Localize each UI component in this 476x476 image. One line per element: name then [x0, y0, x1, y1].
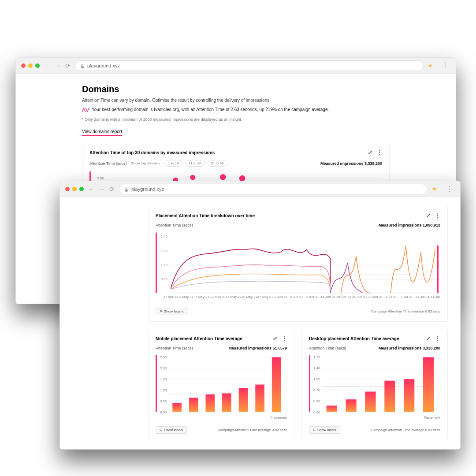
svg-point-15 — [190, 175, 195, 180]
scrubber-icon[interactable] — [156, 233, 157, 293]
card-menu-icon[interactable] — [282, 335, 287, 342]
insight-text: Your best-performing domain is tvarticle… — [92, 107, 329, 112]
svg-text:11 Jul 21: 11 Jul 21 — [416, 295, 430, 299]
url-text: playground.xyz — [131, 186, 164, 192]
svg-text:7 May 21: 7 May 21 — [195, 295, 209, 299]
minimize-icon[interactable] — [28, 63, 33, 68]
list-icon — [160, 309, 162, 313]
pill-1-10[interactable]: 1 to 10 — [164, 160, 182, 167]
forward-icon[interactable]: → — [99, 186, 105, 193]
browser-menu-icon[interactable] — [440, 61, 450, 70]
scrubber-icon[interactable] — [156, 355, 157, 412]
y-axis-label: Attention Time (secs) — [89, 161, 127, 166]
browser-chrome: ← → ⟳ playground.xyz ★ — [16, 58, 456, 74]
svg-text:2 May 21: 2 May 21 — [179, 295, 193, 299]
close-icon[interactable] — [21, 63, 26, 68]
reload-icon[interactable]: ⟳ — [65, 62, 71, 69]
address-bar[interactable]: playground.xyz — [119, 184, 428, 194]
bookmark-star-icon[interactable]: ★ — [432, 186, 437, 192]
expand-icon[interactable] — [426, 335, 431, 342]
card-menu-icon[interactable] — [435, 335, 440, 342]
svg-text:22 May 21: 22 May 21 — [241, 295, 257, 299]
list-icon — [313, 428, 315, 432]
measured-impressions: Measured impressions 517,579 — [228, 346, 287, 350]
list-icon — [160, 428, 162, 432]
chart-footer: Campaign Attention Time average 0.82 sec… — [371, 428, 440, 432]
bar — [205, 394, 215, 412]
back-icon[interactable]: ← — [88, 186, 94, 193]
svg-text:19 Jun 21: 19 Jun 21 — [336, 295, 351, 299]
svg-text:2.40: 2.40 — [161, 234, 168, 238]
expand-icon[interactable] — [273, 335, 277, 342]
bookmark-star-icon[interactable]: ★ — [428, 62, 433, 69]
svg-text:17 May 21: 17 May 21 — [226, 295, 242, 299]
card-title: Mobile placement Attention Time average — [156, 336, 242, 341]
browser-menu-icon[interactable] — [444, 185, 455, 193]
browser-chrome: ← → ⟳ playground.xyz ★ — [60, 181, 460, 197]
chart-footer: Campaign Attention Time average 0.82 sec… — [371, 309, 440, 313]
show-labels-button[interactable]: Show labels — [156, 426, 187, 434]
show-labels-button[interactable]: Show labels — [309, 426, 340, 434]
svg-text:5 Jun 21: 5 Jun 21 — [290, 295, 303, 299]
svg-text:11 Jan 22: 11 Jan 22 — [431, 295, 440, 299]
svg-text:0.50: 0.50 — [160, 399, 167, 403]
card-title: Attention Time of top 30 domains by meas… — [89, 150, 215, 155]
measured-impressions: Measured impressions 3,338,200 — [320, 161, 382, 166]
svg-text:2.00: 2.00 — [160, 366, 167, 370]
nav-controls: ← → ⟳ — [88, 186, 115, 193]
maximize-icon[interactable] — [35, 63, 40, 68]
y-axis-label: Attention Time (secs) — [309, 346, 346, 350]
card-menu-icon[interactable] — [435, 212, 440, 219]
svg-text:1.75: 1.75 — [313, 355, 320, 359]
svg-rect-24 — [437, 245, 439, 293]
forward-icon[interactable]: → — [55, 62, 61, 69]
show-legend-button[interactable]: Show legend — [156, 308, 188, 315]
expand-icon[interactable] — [426, 212, 431, 219]
y-axis-label: Attention Time (secs) — [156, 223, 193, 227]
minimize-icon[interactable] — [72, 187, 77, 191]
svg-text:1.80: 1.80 — [161, 249, 168, 253]
pill-21-30[interactable]: 21 to 30 — [208, 160, 227, 167]
timeline-line-chart: 2.40 1.80 1.20 0.60 — [156, 232, 440, 302]
card-menu-icon[interactable] — [377, 149, 382, 156]
svg-point-12 — [220, 174, 226, 180]
scrubber-icon[interactable] — [309, 355, 310, 412]
svg-text:1.00: 1.00 — [160, 388, 167, 392]
view-domains-report-link[interactable]: View domains report — [82, 129, 122, 136]
svg-text:29 Jun 21: 29 Jun 21 — [368, 295, 383, 299]
address-bar[interactable]: playground.xyz — [75, 60, 423, 71]
expand-icon[interactable] — [368, 149, 372, 156]
lock-icon — [80, 63, 85, 68]
bar — [346, 399, 357, 412]
close-icon[interactable] — [65, 187, 70, 191]
card-title: Placement Attention Time breakdown over … — [156, 213, 255, 218]
mobile-bar-card: Mobile placement Attention Time average … — [148, 329, 294, 440]
bar — [404, 379, 414, 412]
svg-text:1.20: 1.20 — [161, 263, 168, 267]
svg-text:7 Jul 21: 7 Jul 21 — [401, 295, 413, 299]
back-icon[interactable]: ← — [44, 62, 50, 69]
browser-window-front: ← → ⟳ playground.xyz ★ Placement Attenti… — [60, 181, 461, 450]
svg-text:2.00: 2.00 — [97, 176, 104, 180]
reload-icon[interactable]: ⟳ — [109, 186, 115, 193]
chart-footer: Campaign Attention Time average 0.82 sec… — [218, 428, 287, 432]
svg-text:Placement: Placement — [424, 416, 440, 420]
page-subtitle: Attention Time can vary by domain. Optim… — [82, 98, 390, 103]
bar — [189, 398, 198, 412]
bar — [365, 392, 376, 412]
svg-text:2.50: 2.50 — [160, 355, 167, 359]
timeline-card: Placement Attention Time breakdown over … — [148, 206, 448, 322]
footnote: * Only domains with a minimum of 1000 me… — [82, 117, 390, 122]
svg-text:1.40: 1.40 — [313, 366, 320, 370]
maximize-icon[interactable] — [79, 187, 84, 191]
nav-controls: ← → ⟳ — [44, 62, 71, 69]
y-axis-label: Attention Time (secs) — [156, 346, 193, 350]
pill-11-20[interactable]: 11 to 20 — [185, 160, 205, 167]
bar — [327, 405, 337, 412]
lock-icon — [124, 186, 129, 192]
svg-text:1 Jun 21: 1 Jun 21 — [274, 295, 287, 299]
svg-text:1.05: 1.05 — [313, 377, 320, 381]
domain-range-pills: Show top domains 1 to 10 11 to 20 21 to … — [131, 160, 227, 167]
measured-impressions: Measured impressions 1,090,912 — [379, 223, 440, 227]
url-text: playground.xyz — [87, 63, 120, 68]
